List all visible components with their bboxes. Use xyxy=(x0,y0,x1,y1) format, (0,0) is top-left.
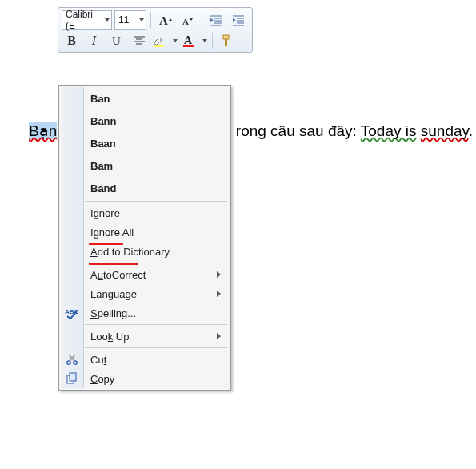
submenu-arrow-icon xyxy=(217,271,221,278)
chevron-down-icon xyxy=(105,18,110,22)
svg-point-27 xyxy=(67,361,70,364)
separator xyxy=(212,33,213,49)
lookup-item[interactable]: Look Up xyxy=(61,327,229,346)
svg-line-29 xyxy=(70,355,75,361)
chevron-down-icon xyxy=(139,18,144,22)
submenu-arrow-icon xyxy=(217,291,221,297)
add-to-dictionary-item[interactable]: Add to Dictionary xyxy=(61,242,229,261)
lookup-label: Look Up xyxy=(83,331,217,343)
suggestion-item[interactable]: Band xyxy=(61,177,229,199)
separator xyxy=(150,12,151,28)
autocorrect-item[interactable]: AutoCorrect xyxy=(61,265,229,284)
font-name-value: Calibri (E xyxy=(66,9,103,31)
menu-separator xyxy=(85,201,227,202)
annotation-underline xyxy=(89,243,123,245)
ignore-item[interactable]: Ignore xyxy=(61,203,229,222)
underline-icon: U xyxy=(112,34,121,48)
svg-marker-15 xyxy=(233,18,236,22)
grow-font-button[interactable]: A xyxy=(155,10,175,30)
increase-indent-icon xyxy=(232,14,246,26)
cut-item[interactable]: Cut xyxy=(61,350,229,369)
italic-button[interactable]: I xyxy=(84,31,104,50)
svg-text:A: A xyxy=(182,17,189,26)
suggestion-item[interactable]: Bann xyxy=(61,110,229,132)
ignore-all-item[interactable]: Ignore All xyxy=(61,222,229,242)
svg-text:A: A xyxy=(159,14,168,26)
format-painter-button[interactable] xyxy=(217,31,237,50)
autocorrect-label: AutoCorrect xyxy=(83,269,217,281)
align-center-icon xyxy=(133,35,146,46)
svg-marker-20 xyxy=(154,38,162,45)
highlight-button[interactable] xyxy=(151,31,178,50)
spelling-icon: ABC xyxy=(65,307,79,319)
increase-indent-button[interactable] xyxy=(229,10,249,30)
suggestion-item[interactable]: Ban xyxy=(61,87,229,110)
grammar-error-word: Today is xyxy=(361,122,417,139)
font-color-icon: A xyxy=(182,34,201,48)
scissors-icon xyxy=(66,353,78,366)
cut-label: Cut xyxy=(83,354,229,366)
separator xyxy=(202,12,202,28)
svg-rect-25 xyxy=(225,39,227,46)
ignore-label: Ignore xyxy=(83,207,229,219)
svg-rect-21 xyxy=(154,45,164,47)
font-name-combo[interactable]: Calibri (E xyxy=(62,10,112,30)
format-painter-icon xyxy=(220,34,234,48)
align-center-button[interactable] xyxy=(129,31,149,50)
annotation-underline xyxy=(89,263,138,265)
language-item[interactable]: Language xyxy=(61,284,229,303)
add-to-dictionary-label: Add to Dictionary xyxy=(83,246,229,258)
menu-separator xyxy=(85,324,227,325)
chevron-down-icon xyxy=(173,39,178,42)
doc-text-middle: rong câu sau đây: xyxy=(236,122,361,139)
svg-rect-23 xyxy=(183,45,194,47)
language-label: Language xyxy=(83,288,217,300)
svg-line-30 xyxy=(69,355,74,361)
svg-point-28 xyxy=(74,361,77,364)
decrease-indent-icon xyxy=(210,14,223,26)
copy-icon xyxy=(66,372,78,385)
spelling-label: Spelling... xyxy=(83,307,229,319)
font-color-button[interactable]: A xyxy=(181,31,208,50)
suggestion-item[interactable]: Baan xyxy=(61,132,229,154)
spelling-item[interactable]: ABC Spelling... xyxy=(61,303,229,323)
svg-marker-9 xyxy=(210,18,214,22)
bold-button[interactable]: B xyxy=(62,31,82,50)
svg-marker-1 xyxy=(169,18,172,21)
suggestion-item[interactable]: Bam xyxy=(61,154,229,177)
svg-text:A: A xyxy=(184,34,193,46)
selected-misspelled-word: Bạn xyxy=(29,122,57,139)
underline-button[interactable]: U xyxy=(106,31,126,50)
chevron-down-icon xyxy=(202,39,207,42)
highlight-icon xyxy=(152,34,171,48)
svg-rect-24 xyxy=(223,35,229,39)
copy-label: Copy xyxy=(83,373,229,385)
submenu-arrow-icon xyxy=(217,333,221,339)
font-size-value: 11 xyxy=(118,14,129,26)
spellcheck-context-menu: Ban Bann Baan Bam Band Ignore Ignore All… xyxy=(58,85,231,391)
copy-item[interactable]: Copy xyxy=(61,369,229,388)
shrink-font-button[interactable]: A xyxy=(178,10,198,30)
italic-icon: I xyxy=(92,34,96,48)
shrink-font-icon: A xyxy=(182,14,194,26)
menu-separator xyxy=(85,347,227,348)
ignore-all-label: Ignore All xyxy=(83,226,229,239)
mini-toolbar: Calibri (E 11 A A xyxy=(58,7,253,53)
font-size-combo[interactable]: 11 xyxy=(114,10,146,30)
svg-rect-32 xyxy=(70,373,76,381)
grow-font-icon: A xyxy=(158,14,173,26)
decrease-indent-button[interactable] xyxy=(206,10,226,30)
doc-text-period: . xyxy=(469,122,473,139)
misspelled-word: sunday xyxy=(421,122,469,139)
svg-marker-3 xyxy=(190,18,193,21)
bold-icon: B xyxy=(67,34,76,48)
